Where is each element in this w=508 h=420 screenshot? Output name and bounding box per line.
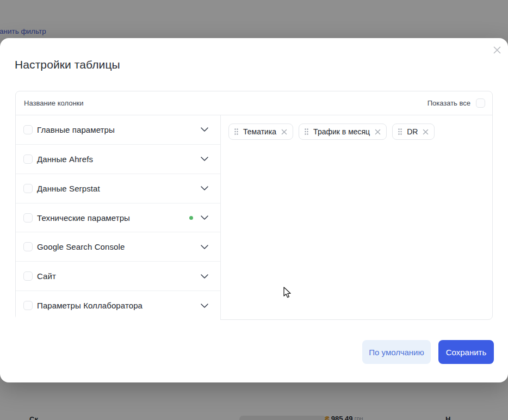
category-checkbox[interactable] xyxy=(23,155,33,164)
category-label: Сайт xyxy=(37,271,56,281)
show-all-checkbox[interactable] xyxy=(476,98,485,108)
chevron-down-icon[interactable] xyxy=(201,126,208,133)
modal-title: Настройки таблицы xyxy=(15,58,120,71)
column-chip-traffic[interactable]: Трафик в месяц xyxy=(299,123,387,140)
chip-label: DR xyxy=(407,127,418,136)
category-checkbox[interactable] xyxy=(23,271,33,281)
drag-handle-icon[interactable] xyxy=(398,128,402,135)
remove-icon[interactable] xyxy=(281,129,287,135)
category-label: Данные Serpstat xyxy=(37,184,100,193)
chevron-down-icon[interactable] xyxy=(201,184,208,192)
chevron-down-icon[interactable] xyxy=(201,273,208,280)
save-button[interactable]: Сохранить xyxy=(438,340,494,364)
category-row-main-params[interactable]: Главные параметры xyxy=(16,115,220,145)
category-label: Главные параметры xyxy=(37,125,115,134)
category-row-serpstat[interactable]: Данные Serpstat xyxy=(16,174,220,203)
category-label: Данные Ahrefs xyxy=(37,155,93,164)
columns-panel: Название колонки Показать все Главные па… xyxy=(15,91,493,320)
category-checkbox[interactable] xyxy=(23,242,33,251)
selected-columns-area: Тематика Трафик в месяц xyxy=(221,115,492,320)
drag-handle-icon[interactable] xyxy=(305,128,308,135)
remove-icon[interactable] xyxy=(375,129,381,135)
column-name-label: Название колонки xyxy=(24,99,84,107)
new-indicator-dot xyxy=(189,216,193,220)
column-chip-tematika[interactable]: Тематика xyxy=(228,123,293,140)
category-row-site[interactable]: Сайт xyxy=(16,262,220,291)
chip-label: Тематика xyxy=(243,127,276,136)
category-label: Параметры Коллаборатора xyxy=(37,301,143,310)
category-checkbox[interactable] xyxy=(23,301,33,310)
category-label: Технические параметры xyxy=(37,213,130,223)
category-row-google-search-console[interactable]: Google Search Console xyxy=(16,232,220,262)
category-checkbox[interactable] xyxy=(23,125,33,134)
category-row-technical-params[interactable]: Технические параметры xyxy=(16,203,220,233)
category-row-ahrefs[interactable]: Данные Ahrefs xyxy=(16,145,220,174)
category-list: Главные параметры Данные Ahrefs xyxy=(16,115,221,320)
drag-handle-icon[interactable] xyxy=(234,128,238,135)
modal-footer: По умолчанию Сохранить xyxy=(362,340,494,364)
category-label: Google Search Console xyxy=(37,242,125,251)
category-row-collaborator-params[interactable]: Параметры Коллаборатора xyxy=(16,291,220,320)
panel-body: Главные параметры Данные Ahrefs xyxy=(16,115,492,320)
default-button[interactable]: По умолчанию xyxy=(362,340,431,364)
category-checkbox[interactable] xyxy=(23,184,33,193)
show-all-label: Показать все xyxy=(428,99,470,107)
remove-icon[interactable] xyxy=(423,129,429,135)
chevron-down-icon[interactable] xyxy=(201,155,208,163)
chevron-down-icon[interactable] xyxy=(201,302,208,310)
column-chip-dr[interactable]: DR xyxy=(392,123,435,140)
panel-header: Название колонки Показать все xyxy=(16,91,492,115)
chip-label: Трафик в месяц xyxy=(313,127,370,136)
chevron-down-icon[interactable] xyxy=(201,243,208,251)
close-icon[interactable] xyxy=(492,45,502,55)
table-settings-modal: Настройки таблицы Название колонки Показ… xyxy=(0,38,508,382)
chevron-down-icon[interactable] xyxy=(201,214,208,221)
category-checkbox[interactable] xyxy=(23,213,33,223)
